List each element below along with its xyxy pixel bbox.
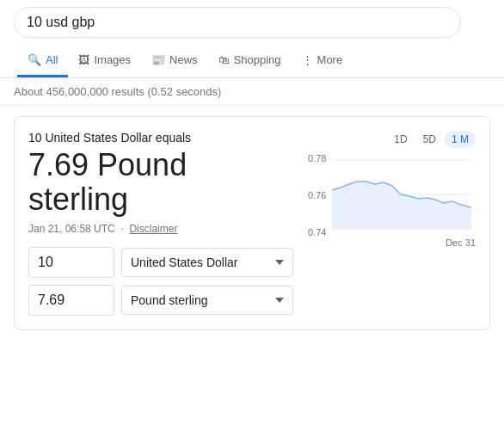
- search-bar-container: 10 usd gbp 🔍 All 🖼 Images 📰 News 🛍 Shopp…: [0, 0, 504, 78]
- result-card-inner: 10 United States Dollar equals 7.69 Poun…: [28, 131, 476, 316]
- chart-y-label-top: 0.78: [308, 153, 326, 163]
- chart-time-buttons: 1D 5D 1 M: [308, 131, 476, 148]
- from-currency-select[interactable]: United States Dollar Euro British Pound: [121, 248, 293, 277]
- more-icon: ⋮: [302, 53, 313, 66]
- tab-shopping[interactable]: 🛍 Shopping: [208, 45, 292, 77]
- timestamp-text: Jan 21, 06:58 UTC: [28, 223, 115, 235]
- from-row: United States Dollar Euro British Pound: [28, 247, 298, 278]
- tab-all-label: All: [46, 53, 58, 66]
- tab-more-label: More: [317, 53, 343, 66]
- converter-header: 10 United States Dollar equals: [28, 131, 298, 145]
- tab-shopping-label: Shopping: [234, 53, 281, 66]
- chart-btn-1d[interactable]: 1D: [387, 131, 414, 148]
- chart-btn-1m[interactable]: 1 M: [445, 131, 476, 148]
- disclaimer-link[interactable]: Disclaimer: [129, 223, 177, 235]
- converter-timestamp: Jan 21, 06:58 UTC · Disclaimer: [28, 223, 298, 235]
- tab-news-label: News: [169, 53, 198, 66]
- converter-result-big: 7.69 Pound sterling: [28, 148, 298, 216]
- result-line2: sterling: [28, 182, 128, 217]
- tab-news[interactable]: 📰 News: [141, 45, 208, 77]
- converter-inputs: United States Dollar Euro British Pound …: [28, 247, 298, 316]
- result-line1: 7.69 Pound: [28, 147, 187, 182]
- to-amount-input[interactable]: [28, 285, 114, 316]
- chart-btn-5d[interactable]: 5D: [416, 131, 443, 148]
- to-row: Pound sterling Euro US Dollar: [28, 285, 298, 316]
- to-currency-select[interactable]: Pound sterling Euro US Dollar: [121, 286, 293, 315]
- nav-tabs: 🔍 All 🖼 Images 📰 News 🛍 Shopping ⋮ More: [14, 45, 490, 77]
- chart-y-label-bot: 0.74: [308, 227, 326, 237]
- from-amount-input[interactable]: [28, 247, 114, 278]
- converter-right: 1D 5D 1 M 0.78 0.76 0.74: [308, 131, 476, 316]
- tab-more[interactable]: ⋮ More: [292, 45, 353, 77]
- tab-all[interactable]: 🔍 All: [17, 45, 68, 77]
- images-icon: 🖼: [78, 53, 89, 66]
- tab-images-label: Images: [94, 53, 131, 66]
- converter-left: 10 United States Dollar equals 7.69 Poun…: [28, 131, 298, 316]
- result-card: 10 United States Dollar equals 7.69 Poun…: [14, 116, 490, 330]
- chart-svg: [332, 151, 471, 237]
- news-icon: 📰: [151, 53, 165, 66]
- chart-y-label-mid: 0.76: [308, 190, 326, 200]
- search-query: 10 usd gbp: [27, 15, 448, 30]
- results-info: About 456,000,000 results (0.52 seconds): [0, 78, 504, 106]
- all-icon: 🔍: [28, 53, 41, 66]
- shopping-icon: 🛍: [218, 53, 230, 66]
- tab-images[interactable]: 🖼 Images: [68, 45, 141, 77]
- chart-x-label: Dec 31: [446, 237, 476, 248]
- chart-container: 0.78 0.76 0.74 Dec 31: [308, 151, 476, 246]
- search-bar: 10 usd gbp: [14, 7, 461, 38]
